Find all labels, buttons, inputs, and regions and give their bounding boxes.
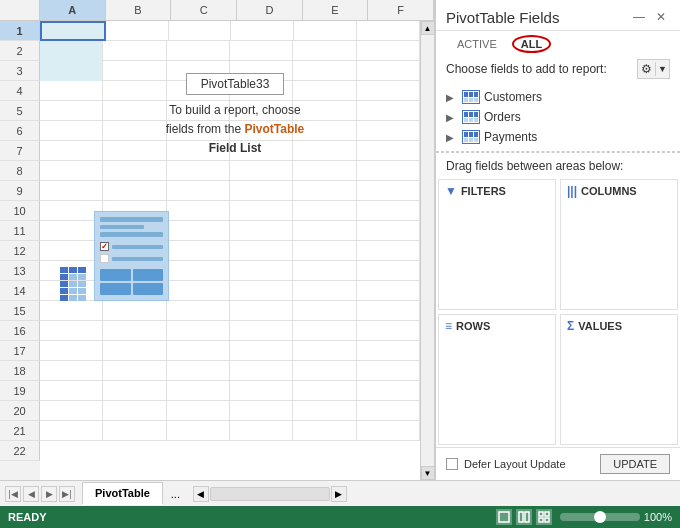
drag-area-filters[interactable]: ▼ FILTERS (438, 179, 556, 310)
panel-minimize-button[interactable]: — (630, 8, 648, 26)
table-row (40, 21, 420, 41)
row-num-1[interactable]: 1 (0, 21, 40, 41)
fields-panel: PivotTable Fields — ✕ ACTIVE ALL Choose … (435, 0, 680, 480)
scroll-down-arrow[interactable]: ▼ (421, 466, 435, 480)
row-numbers: 1 2 3 4 5 6 7 8 9 10 11 12 13 14 15 16 1… (0, 21, 40, 480)
hscroll-left[interactable]: ◀ (193, 486, 209, 502)
drag-area-columns[interactable]: ||| COLUMNS (560, 179, 678, 310)
row-num-3[interactable]: 3 (0, 61, 40, 81)
field-item-orders[interactable]: ▶ Orders (436, 107, 680, 127)
cell-b1[interactable] (106, 21, 169, 41)
svg-rect-3 (539, 512, 543, 516)
sheet-nav-last[interactable]: ▶| (59, 486, 75, 502)
cell-a1[interactable] (40, 21, 106, 41)
drag-area-values[interactable]: Σ VALUES (560, 314, 678, 445)
columns-icon: ||| (567, 184, 577, 198)
zoom-thumb[interactable] (594, 511, 606, 523)
row-num-12[interactable]: 12 (0, 241, 40, 261)
row-num-10[interactable]: 10 (0, 201, 40, 221)
col-header-c[interactable]: C (171, 0, 237, 20)
zoom-slider[interactable] (560, 513, 640, 521)
row-num-4[interactable]: 4 (0, 81, 40, 101)
choose-text: Choose fields to add to report: (446, 62, 607, 76)
tab-active[interactable]: ACTIVE (446, 35, 508, 53)
row-num-6[interactable]: 6 (0, 121, 40, 141)
row-num-15[interactable]: 15 (0, 301, 40, 321)
tab-all[interactable]: ALL (512, 35, 551, 53)
row-num-9[interactable]: 9 (0, 181, 40, 201)
table-icon-payments (462, 130, 480, 144)
status-icons (496, 509, 552, 525)
cell-c2[interactable] (167, 41, 230, 61)
row-num-7[interactable]: 7 (0, 141, 40, 161)
update-button[interactable]: UPDATE (600, 454, 670, 474)
row-num-2[interactable]: 2 (0, 41, 40, 61)
cell-b2[interactable] (103, 41, 166, 61)
cell-d2[interactable] (230, 41, 293, 61)
col-header-e[interactable]: E (303, 0, 369, 20)
row-num-20[interactable]: 20 (0, 401, 40, 421)
cell-e1[interactable] (294, 21, 357, 41)
row-num-13[interactable]: 13 (0, 261, 40, 281)
row-num-5[interactable]: 5 (0, 101, 40, 121)
hscroll-right[interactable]: ▶ (331, 486, 347, 502)
table-row (40, 401, 420, 421)
sheet-nav-next[interactable]: ▶ (41, 486, 57, 502)
scroll-track[interactable] (421, 35, 435, 466)
row-num-11[interactable]: 11 (0, 221, 40, 241)
row-num-16[interactable]: 16 (0, 321, 40, 341)
filters-icon: ▼ (445, 184, 457, 198)
drag-area-rows[interactable]: ≡ ROWS (438, 314, 556, 445)
defer-checkbox[interactable] (446, 458, 458, 470)
table-icon-customers (462, 90, 480, 104)
sheet-tab-pivottable[interactable]: PivotTable (82, 482, 163, 505)
table-row (40, 321, 420, 341)
cell-f1[interactable] (357, 21, 420, 41)
panel-settings-button[interactable]: ⚙ ▼ (637, 59, 670, 79)
cell-d1[interactable] (231, 21, 294, 41)
row-num-21[interactable]: 21 (0, 421, 40, 441)
sheet-nav-first[interactable]: |◀ (5, 486, 21, 502)
rows-header: ≡ ROWS (445, 319, 549, 333)
row-num-8[interactable]: 8 (0, 161, 40, 181)
grid-body: 1 2 3 4 5 6 7 8 9 10 11 12 13 14 15 16 1… (0, 21, 434, 480)
cell-e2[interactable] (293, 41, 356, 61)
horizontal-scroll-bar[interactable] (210, 487, 330, 501)
col-header-b[interactable]: B (106, 0, 172, 20)
cell-f2[interactable] (357, 41, 420, 61)
panel-title: PivotTable Fields (446, 9, 630, 26)
field-item-payments[interactable]: ▶ Payments (436, 127, 680, 147)
svg-rect-4 (545, 512, 549, 516)
cell-a2[interactable] (40, 41, 103, 61)
table-row (40, 341, 420, 361)
field-item-customers[interactable]: ▶ Customers (436, 87, 680, 107)
view-page-layout-icon[interactable] (516, 509, 532, 525)
scroll-up-arrow[interactable]: ▲ (421, 21, 435, 35)
vertical-scrollbar[interactable]: ▲ ▼ (420, 21, 434, 480)
table-row (40, 301, 420, 321)
column-headers: A B C D E F (0, 0, 434, 21)
values-icon: Σ (567, 319, 574, 333)
svg-rect-5 (539, 518, 543, 522)
row-num-18[interactable]: 18 (0, 361, 40, 381)
panel-tabs: ACTIVE ALL (436, 31, 680, 53)
row-num-14[interactable]: 14 (0, 281, 40, 301)
values-label: VALUES (578, 320, 622, 332)
panel-choose-label: Choose fields to add to report: ⚙ ▼ (436, 53, 680, 83)
sheet-nav-prev[interactable]: ◀ (23, 486, 39, 502)
row-num-22[interactable]: 22 (0, 441, 40, 461)
col-header-a[interactable]: A (40, 0, 106, 20)
row-num-19[interactable]: 19 (0, 381, 40, 401)
view-normal-icon[interactable] (496, 509, 512, 525)
expand-icon-payments: ▶ (446, 132, 458, 143)
svg-rect-6 (545, 518, 549, 522)
view-page-break-icon[interactable] (536, 509, 552, 525)
row-num-17[interactable]: 17 (0, 341, 40, 361)
cell-c1[interactable] (169, 21, 232, 41)
col-header-d[interactable]: D (237, 0, 303, 20)
status-bar: READY 100% (0, 506, 680, 528)
sheet-tab-more[interactable]: ... (163, 484, 188, 504)
panel-close-button[interactable]: ✕ (652, 8, 670, 26)
col-header-f[interactable]: F (368, 0, 434, 20)
filters-content (445, 202, 549, 305)
